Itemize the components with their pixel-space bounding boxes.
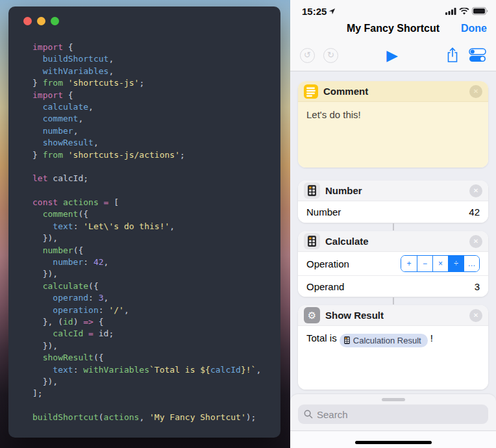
battery-icon (472, 7, 488, 15)
action-title: Number (325, 185, 464, 196)
redo-icon[interactable]: ↻ (323, 48, 338, 63)
cellular-signal-icon (445, 8, 456, 15)
window-minimize-button[interactable] (37, 17, 45, 25)
field-label: Operand (306, 281, 344, 292)
window-close-button[interactable] (23, 17, 32, 25)
window-zoom-button[interactable] (51, 17, 59, 25)
operation-segment[interactable]: … (464, 256, 479, 271)
field-label: Operation (306, 258, 349, 269)
remove-action-icon[interactable]: ✕ (469, 85, 482, 98)
run-shortcut-button[interactable]: ▶ (386, 47, 398, 64)
variable-name: Calculation Result (353, 336, 421, 345)
status-time: 15:25 (302, 6, 336, 17)
comment-icon (304, 84, 318, 99)
operation-segmented-control: +−×÷… (401, 255, 480, 272)
operation-segment[interactable]: × (432, 256, 448, 271)
result-text-suffix: ! (430, 332, 433, 343)
location-arrow-icon (329, 8, 336, 15)
number-value-field[interactable]: 42 (469, 206, 480, 218)
gear-icon: ⚙ (304, 307, 320, 323)
calculator-icon (304, 233, 320, 249)
shortcuts-app: 15:25 My Fa (290, 0, 496, 448)
action-card-show-result: ⚙ Show Result ✕ Total is Calcu (298, 305, 488, 390)
remove-action-icon[interactable]: ✕ (469, 309, 482, 322)
remove-action-icon[interactable]: ✕ (469, 184, 482, 197)
show-result-text-field[interactable]: Total is Calculation Result ! (298, 326, 488, 390)
action-connector (393, 297, 394, 305)
action-card-number: Number ✕ Number 42 (298, 180, 488, 223)
search-icon (304, 410, 313, 419)
home-indicator[interactable] (355, 441, 432, 444)
calculator-icon (304, 182, 320, 199)
sheet-drag-handle[interactable] (382, 398, 405, 401)
action-title: Show Result (325, 310, 464, 321)
remove-action-icon[interactable]: ✕ (469, 235, 482, 248)
field-label: Number (306, 206, 341, 218)
code-block: import { buildShortcut, withVariables,} … (32, 42, 280, 424)
action-card-calculate: Calculate ✕ Operation +−×÷… Operand 3 (298, 231, 488, 297)
app-header: 15:25 My Fa (290, 0, 496, 71)
nav-bar: My Fancy Shortcut Done (290, 18, 496, 39)
comment-text-field[interactable]: Let's do this! (298, 102, 488, 168)
action-list: Comment ✕ Let's do this! (290, 72, 496, 448)
action-title: Comment (323, 86, 464, 97)
desktop-background: import { buildShortcut, withVariables,} … (0, 0, 290, 448)
action-title: Calculate (325, 236, 464, 247)
undo-icon[interactable]: ↺ (300, 48, 315, 63)
variable-token[interactable]: Calculation Result (340, 334, 428, 347)
share-icon[interactable] (446, 47, 459, 63)
window-controls (8, 6, 280, 25)
calculator-icon (344, 336, 350, 344)
code-editor-window: import { buildShortcut, withVariables,} … (8, 6, 280, 438)
operation-segment[interactable]: − (417, 256, 432, 271)
operand-value-field[interactable]: 3 (475, 281, 480, 292)
done-button[interactable]: Done (461, 23, 487, 34)
action-connector (393, 223, 394, 230)
search-placeholder: Search (317, 409, 348, 420)
action-card-comment: Comment ✕ Let's do this! (298, 81, 488, 168)
operation-segment[interactable]: + (401, 256, 417, 271)
operation-segment[interactable]: ÷ (448, 256, 464, 271)
search-input[interactable]: Search (298, 404, 488, 424)
editor-toolbar: ↺ ↻ ▶ (290, 40, 496, 70)
action-library-sheet: Search (290, 394, 496, 448)
shortcut-settings-icon[interactable] (469, 48, 486, 62)
status-bar: 15:25 (290, 0, 496, 18)
bottom-bar (290, 430, 496, 448)
wifi-icon (459, 8, 469, 15)
result-text-prefix: Total is (306, 332, 337, 343)
